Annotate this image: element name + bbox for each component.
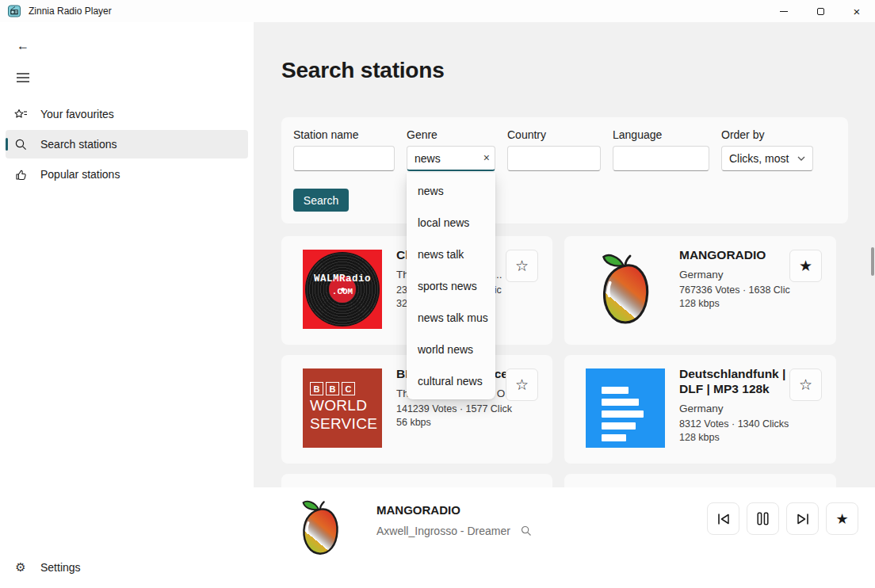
- station-bitrate: 56 kbps: [396, 417, 543, 428]
- now-playing-track: Axwell_Ingrosso - Dreamer: [376, 525, 510, 537]
- genre-label: Genre: [407, 128, 495, 141]
- back-button[interactable]: ←: [10, 33, 36, 59]
- clear-genre-icon[interactable]: ×: [483, 152, 490, 163]
- search-icon: [13, 137, 28, 151]
- station-bitrate: 128 kbps: [679, 432, 827, 443]
- pause-icon: [757, 512, 769, 525]
- mango-logo: [586, 250, 665, 329]
- genre-option[interactable]: news: [407, 175, 495, 207]
- app-icon: [8, 5, 21, 17]
- star-filled-icon: ★: [799, 257, 812, 275]
- search-button[interactable]: Search: [293, 189, 349, 212]
- favorite-button[interactable]: ☆: [506, 368, 538, 401]
- station-card-mangoradio[interactable]: MANGORADIO Germany 767336 Votes · 1638 C…: [564, 236, 836, 345]
- genre-input-wrap: ×: [407, 146, 495, 171]
- language-input[interactable]: [613, 146, 709, 171]
- genre-option[interactable]: sports news: [407, 270, 495, 302]
- minimize-icon: [780, 11, 788, 12]
- favorite-button[interactable]: ★: [789, 250, 822, 282]
- station-name-input[interactable]: [293, 146, 395, 171]
- sidebar-item-label: Settings: [40, 561, 81, 574]
- player-favorite-button[interactable]: ★: [826, 502, 858, 535]
- station-stats: 767336 Votes · 1638 Clic: [679, 284, 827, 296]
- station-name-label: Station name: [293, 128, 395, 141]
- menu-button[interactable]: [10, 65, 36, 90]
- country-label: Country: [507, 128, 601, 141]
- page-title: Search stations: [281, 58, 445, 83]
- genre-option[interactable]: local news: [407, 207, 495, 239]
- genre-option[interactable]: world news: [407, 334, 495, 365]
- star-icon: ☆: [515, 376, 529, 394]
- order-by-select[interactable]: Clicks, most: [721, 146, 813, 171]
- station-name: MANGORADIO: [679, 247, 800, 262]
- maximize-button[interactable]: [802, 0, 839, 22]
- next-icon: [796, 513, 810, 525]
- main-content: Search stations Station name Genre × Cou…: [254, 22, 875, 588]
- genre-dropdown: news local news news talk sports news ne…: [407, 173, 495, 399]
- station-stats: 141239 Votes · 1577 Click: [396, 403, 543, 414]
- order-by-label: Order by: [721, 128, 813, 141]
- dlf-logo: [586, 368, 665, 448]
- previous-button[interactable]: [707, 502, 739, 535]
- favorite-button[interactable]: ☆: [789, 368, 822, 401]
- sidebar-item-settings[interactable]: ⚙ Settings: [6, 553, 248, 582]
- scrollbar-thumb[interactable]: [871, 247, 874, 276]
- sidebar-item-label: Your favourites: [40, 108, 114, 120]
- player-controls: ★: [707, 502, 858, 535]
- sidebar-item-favourites[interactable]: Your favourites: [6, 100, 248, 128]
- player-bar: MANGORADIO Axwell_Ingrosso - Dreamer: [254, 487, 875, 588]
- sidebar-item-label: Search stations: [40, 138, 117, 151]
- genre-option[interactable]: cultural news: [407, 365, 495, 397]
- chevron-down-icon: [797, 156, 805, 161]
- station-bitrate: 128 kbps: [679, 298, 827, 309]
- language-label: Language: [613, 128, 709, 141]
- star-icon: ☆: [515, 257, 529, 275]
- sidebar-spacer: [0, 189, 254, 553]
- hamburger-icon: [17, 73, 29, 82]
- gear-icon: ⚙: [13, 560, 28, 575]
- bbc-logo: B B C WORLD SERVICE: [303, 368, 382, 448]
- favorite-button[interactable]: ☆: [506, 250, 538, 282]
- back-arrow-icon: ←: [17, 39, 29, 53]
- walm-logo: WALMRadio .COM: [303, 250, 382, 329]
- maximize-icon: [817, 8, 824, 15]
- country-input[interactable]: [507, 146, 601, 171]
- track-search-icon[interactable]: [521, 525, 532, 536]
- now-playing-station: MANGORADIO: [376, 503, 460, 517]
- search-form-panel: Station name Genre × Country Language: [281, 117, 848, 223]
- sidebar-nav: Your favourites Search stations Popul: [0, 100, 254, 189]
- app-title: Zinnia Radio Player: [29, 6, 112, 17]
- favourites-star-icon: [13, 107, 28, 121]
- titlebar: Zinnia Radio Player ×: [0, 0, 875, 22]
- station-stats: 8312 Votes · 1340 Clicks: [679, 418, 827, 430]
- close-button[interactable]: ×: [839, 0, 875, 22]
- star-filled-icon: ★: [835, 510, 848, 528]
- station-name: Deutschlandfunk | DLF | MP3 128k: [679, 366, 800, 396]
- sidebar-item-search-stations[interactable]: Search stations: [6, 130, 248, 158]
- sidebar-item-popular-stations[interactable]: Popular stations: [6, 160, 248, 189]
- star-icon: ☆: [799, 376, 812, 394]
- next-button[interactable]: [786, 502, 819, 535]
- pause-button[interactable]: [747, 502, 779, 535]
- thumbs-up-icon: [13, 167, 28, 181]
- close-icon: ×: [854, 6, 861, 17]
- previous-icon: [716, 513, 731, 525]
- genre-option[interactable]: news talk mus: [407, 302, 495, 334]
- station-card-dlf[interactable]: Deutschlandfunk | DLF | MP3 128k Germany…: [564, 355, 836, 464]
- sidebar: ← Your favourites: [0, 22, 254, 588]
- station-country: Germany: [679, 403, 827, 414]
- genre-input[interactable]: [407, 146, 495, 171]
- sidebar-item-label: Popular stations: [40, 168, 120, 181]
- genre-option[interactable]: news talk: [407, 239, 495, 270]
- order-by-value: Clicks, most: [729, 152, 789, 165]
- minimize-button[interactable]: [766, 0, 802, 22]
- now-playing-logo: [298, 497, 342, 562]
